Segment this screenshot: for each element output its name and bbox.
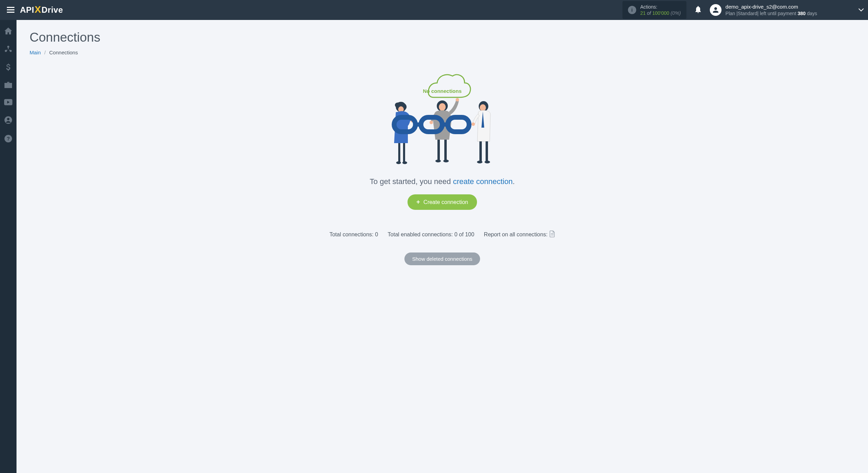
stats-row: Total connections: 0 Total enabled conne…: [30, 230, 855, 239]
svg-rect-13: [398, 143, 400, 162]
cloud-label: No connections: [423, 88, 462, 94]
logo-suffix: Drive: [42, 5, 63, 15]
svg-rect-23: [444, 140, 447, 160]
svg-text:?: ?: [7, 136, 10, 141]
breadcrumb-main-link[interactable]: Main: [30, 50, 41, 55]
actions-of: of: [647, 10, 651, 16]
create-button-label: Create connection: [423, 199, 468, 205]
home-icon: [4, 28, 12, 34]
svg-point-8: [7, 118, 10, 120]
briefcase-icon: [4, 82, 12, 88]
user-menu-chevron[interactable]: [858, 7, 864, 13]
svg-rect-29: [479, 141, 482, 161]
svg-point-28: [471, 122, 475, 126]
dollar-icon: [6, 63, 11, 71]
sidebar-item-connections[interactable]: [0, 44, 17, 54]
svg-rect-1: [7, 9, 14, 10]
get-started-suffix: .: [513, 177, 515, 186]
logo-x: X: [35, 4, 41, 15]
user-avatar-icon: [710, 4, 721, 16]
user-plan-days: 380: [798, 11, 805, 16]
user-plan-prefix: Plan |Standard| left until payment: [726, 11, 796, 16]
svg-point-24: [435, 160, 441, 162]
svg-rect-22: [437, 140, 440, 160]
get-started-text: To get started, you need create connecti…: [30, 177, 855, 186]
total-connections-stat: Total connections: 0: [329, 232, 378, 238]
svg-point-16: [402, 161, 407, 164]
create-connection-button[interactable]: + Create connection: [408, 194, 477, 210]
actions-counter[interactable]: i Actions: 21 of 100'000 (0%): [622, 1, 686, 19]
sidebar-item-home[interactable]: [0, 26, 17, 36]
user-email: demo_apix-drive_s2@com.com: [726, 3, 817, 10]
report-download-button[interactable]: [550, 230, 555, 239]
user-plan-days-suffix: days: [807, 11, 817, 16]
svg-point-25: [443, 160, 449, 162]
document-icon: [550, 230, 555, 237]
sidebar-item-video[interactable]: [0, 98, 17, 107]
sidebar-item-toolbox[interactable]: [0, 80, 17, 89]
notifications-button[interactable]: [695, 6, 702, 14]
user-menu[interactable]: demo_apix-drive_s2@com.com Plan |Standar…: [710, 3, 817, 17]
breadcrumb-current: Connections: [49, 50, 78, 55]
svg-rect-14: [403, 143, 405, 162]
create-connection-link[interactable]: create connection: [453, 177, 513, 186]
svg-point-31: [477, 161, 482, 163]
svg-point-15: [396, 161, 401, 164]
sidebar: ?: [0, 20, 17, 473]
chevron-down-icon: [858, 8, 864, 12]
hamburger-icon: [7, 7, 14, 13]
svg-point-19: [439, 103, 446, 111]
sidebar-item-billing[interactable]: [0, 62, 17, 72]
svg-point-3: [7, 46, 9, 48]
logo[interactable]: API X Drive: [20, 4, 63, 15]
report-label: Report on all connections:: [484, 232, 547, 238]
empty-state: No connections To get started, you need …: [30, 69, 855, 265]
svg-point-27: [480, 104, 486, 111]
svg-point-21: [430, 121, 433, 124]
person-icon: [4, 116, 12, 124]
menu-toggle-button[interactable]: [4, 4, 17, 16]
svg-point-32: [485, 161, 490, 163]
sidebar-item-help[interactable]: ?: [0, 133, 17, 144]
enabled-connections-stat: Total enabled connections: 0 of 100: [388, 232, 474, 238]
actions-total: 100'000: [652, 10, 669, 16]
empty-illustration: No connections: [380, 69, 504, 169]
bell-icon: [695, 6, 702, 13]
svg-point-20: [456, 98, 459, 101]
sidebar-item-account[interactable]: [0, 115, 17, 125]
breadcrumb: Main / Connections: [30, 50, 855, 55]
main-content: Connections Main / Connections: [17, 20, 868, 473]
page-title: Connections: [30, 30, 855, 45]
svg-rect-0: [7, 7, 14, 8]
actions-percent: (0%): [671, 10, 681, 16]
breadcrumb-separator: /: [44, 50, 46, 55]
svg-rect-30: [486, 141, 488, 161]
youtube-icon: [4, 99, 12, 105]
top-header: API X Drive i Actions: 21 of 100'000 (0%…: [0, 0, 868, 20]
info-icon: i: [628, 6, 636, 14]
connections-icon: [4, 45, 12, 52]
show-deleted-button[interactable]: Show deleted connections: [404, 252, 480, 265]
svg-rect-2: [7, 12, 14, 13]
actions-label: Actions:: [640, 4, 681, 10]
question-icon: ?: [4, 135, 12, 142]
actions-count: 21: [640, 10, 646, 16]
get-started-prefix: To get started, you need: [370, 177, 453, 186]
logo-prefix: API: [20, 5, 34, 15]
plus-icon: +: [416, 198, 420, 206]
